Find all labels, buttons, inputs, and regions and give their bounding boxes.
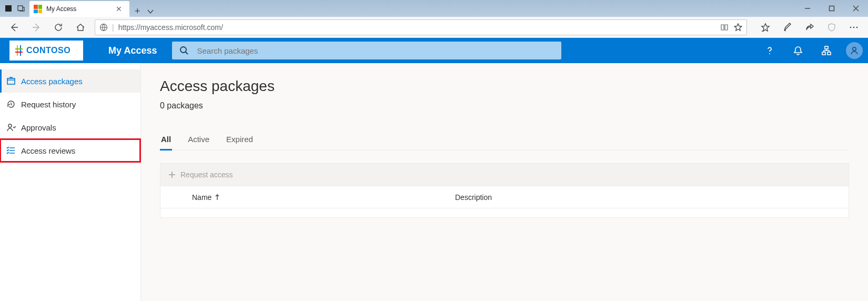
account-avatar[interactable] [846, 42, 863, 59]
svg-point-7 [769, 53, 770, 54]
home-button[interactable] [70, 17, 90, 38]
svg-point-13 [8, 124, 12, 127]
svg-point-4 [853, 26, 855, 28]
sidebar: Access packages Request history Approval… [0, 63, 141, 301]
notifications-button[interactable] [789, 42, 807, 59]
tab-chevron-down-icon[interactable] [147, 8, 154, 15]
checklist-icon [6, 146, 16, 155]
forward-button[interactable] [26, 17, 46, 38]
directory-button[interactable] [817, 42, 835, 59]
tab-close-button[interactable]: ✕ [114, 5, 124, 13]
svg-rect-8 [825, 46, 828, 49]
share-button[interactable] [800, 17, 820, 38]
url-text: https://myaccess.microsoft.com/ [118, 23, 716, 32]
tab-expired[interactable]: Expired [225, 135, 254, 150]
contoso-logo-icon [15, 45, 23, 56]
address-bar[interactable]: | https://myaccess.microsoft.com/ [95, 19, 747, 35]
main-content: Access packages 0 packages All Active Ex… [141, 63, 868, 301]
svg-rect-10 [827, 52, 831, 55]
favorites-button[interactable] [755, 17, 775, 38]
sort-asc-icon [215, 194, 220, 200]
activity-icon [4, 4, 13, 13]
svg-rect-1 [830, 6, 834, 11]
search-box[interactable] [172, 42, 561, 59]
security-button[interactable] [822, 17, 842, 38]
svg-point-3 [850, 26, 852, 28]
svg-rect-12 [7, 78, 15, 84]
more-button[interactable] [844, 17, 864, 38]
sidebar-item-request-history[interactable]: Request history [0, 93, 140, 116]
sidebar-item-approvals[interactable]: Approvals [0, 116, 140, 139]
org-logo-box[interactable]: CONTOSO [9, 41, 83, 61]
request-access-button[interactable]: Request access [180, 170, 233, 179]
page-title: Access packages [160, 78, 849, 95]
sidebar-item-label: Access reviews [21, 146, 75, 155]
app-header: CONTOSO My Access [0, 38, 868, 63]
column-header-name[interactable]: Name [192, 193, 455, 202]
column-header-description[interactable]: Description [455, 193, 492, 202]
window-close-button[interactable] [844, 0, 868, 17]
svg-rect-0 [5, 5, 12, 12]
sidebar-item-label: Access packages [21, 77, 83, 86]
microsoft-favicon [34, 5, 42, 13]
svg-point-5 [856, 26, 858, 28]
svg-point-6 [180, 47, 186, 53]
reading-view-icon[interactable] [720, 23, 729, 32]
window-maximize-button[interactable] [820, 0, 844, 17]
grid-empty-row [160, 208, 849, 218]
sidebar-item-label: Request history [21, 100, 76, 109]
help-button[interactable] [761, 42, 779, 59]
svg-rect-9 [822, 52, 825, 55]
notes-button[interactable] [778, 17, 798, 38]
person-icon [6, 123, 16, 132]
tab-active[interactable]: Active [187, 135, 210, 150]
globe-icon [99, 23, 108, 32]
app-title: My Access [87, 45, 171, 56]
set-aside-icon[interactable] [17, 4, 25, 13]
org-name: CONTOSO [26, 46, 70, 55]
grid-toolbar: Request access [160, 163, 849, 186]
search-icon [179, 46, 189, 55]
package-icon [6, 76, 16, 86]
filter-tabs: All Active Expired [160, 135, 849, 150]
favorite-star-icon[interactable] [734, 23, 742, 32]
window-minimize-button[interactable] [795, 0, 820, 17]
back-button[interactable] [4, 17, 24, 38]
sidebar-item-label: Approvals [21, 123, 56, 132]
search-input[interactable] [196, 46, 554, 56]
plus-icon [168, 170, 176, 179]
browser-titlebar: My Access ✕ + [0, 0, 868, 17]
refresh-button[interactable] [48, 17, 68, 38]
svg-point-11 [853, 47, 856, 51]
sidebar-item-access-packages[interactable]: Access packages [0, 69, 140, 93]
page-count: 0 packages [160, 101, 849, 111]
browser-toolbar: | https://myaccess.microsoft.com/ [0, 17, 868, 38]
sidebar-item-access-reviews[interactable]: Access reviews [0, 139, 140, 162]
new-tab-button[interactable]: + [135, 6, 140, 17]
tab-all[interactable]: All [160, 135, 172, 150]
browser-tab[interactable]: My Access ✕ [29, 1, 129, 17]
tab-title: My Access [46, 5, 109, 13]
grid-header: Name Description [160, 186, 849, 208]
history-icon [6, 99, 16, 109]
